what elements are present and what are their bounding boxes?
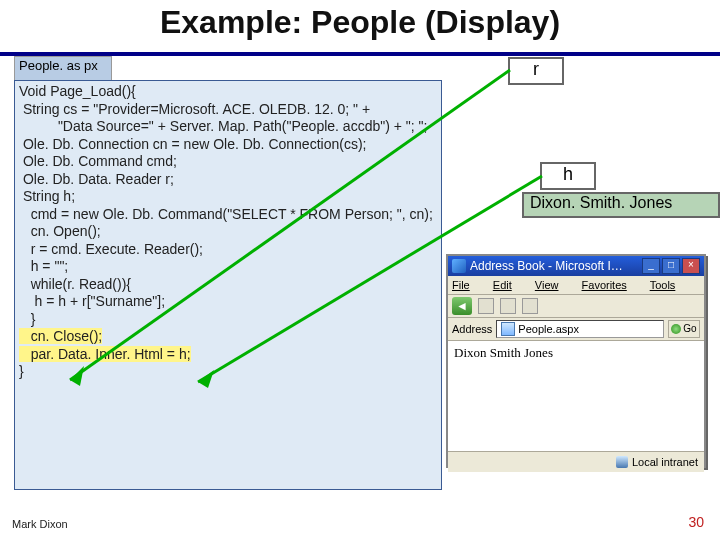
footer-author: Mark Dixon (12, 518, 68, 530)
maximize-button[interactable]: □ (662, 258, 680, 274)
code-line: while(r. Read()){ (19, 276, 131, 292)
page-title: Example: People (Display) (0, 4, 720, 41)
window-buttons: _ □ × (642, 258, 700, 274)
code-line: } (19, 363, 24, 379)
menu-view[interactable]: View (535, 279, 569, 291)
forward-button[interactable] (478, 298, 494, 314)
code-line: cn. Open(); (19, 223, 101, 239)
page-content: Dixon Smith Jones (454, 345, 553, 360)
browser-body: Dixon Smith Jones (448, 341, 704, 452)
code-line: Ole. Db. Connection cn = new Ole. Db. Co… (19, 136, 366, 152)
address-field[interactable]: People.aspx (496, 320, 664, 338)
code-line: Void Page_Load(){ (19, 83, 136, 99)
browser-titlebar: Address Book - Microsoft I… _ □ × (448, 256, 704, 276)
callout-r: r (508, 57, 564, 85)
browser-statusbar: Local intranet (448, 452, 704, 472)
code-line: r = cmd. Execute. Reader(); (19, 241, 203, 257)
menu-file[interactable]: File (452, 279, 480, 291)
callout-h: h (540, 162, 596, 190)
ie-icon (452, 259, 466, 273)
go-icon (671, 324, 681, 334)
browser-title-left: Address Book - Microsoft I… (452, 259, 623, 273)
browser-menubar: File Edit View Favorites Tools (448, 276, 704, 295)
code-line: } (19, 311, 35, 327)
address-value: People.aspx (518, 321, 579, 337)
code-box: Void Page_Load(){ String cs = "Provider=… (14, 80, 442, 490)
code-line: String h; (19, 188, 75, 204)
code-line: h = h + r["Surname"]; (19, 293, 165, 309)
code-line: Ole. Db. Command cmd; (19, 153, 177, 169)
footer-page-number: 30 (688, 514, 704, 530)
minimize-button[interactable]: _ (642, 258, 660, 274)
code-line: "Data Source=" + Server. Map. Path("Peop… (19, 118, 427, 134)
code-line: String cs = "Provider=Microsoft. ACE. OL… (19, 101, 374, 117)
code-line: Ole. Db. Data. Reader r; (19, 171, 174, 187)
browser-title-text: Address Book - Microsoft I… (470, 259, 623, 273)
close-button[interactable]: × (682, 258, 700, 274)
refresh-button[interactable] (522, 298, 538, 314)
page-icon (501, 322, 515, 336)
menu-tools[interactable]: Tools (650, 279, 686, 291)
code-line: h = ""; (19, 258, 68, 274)
code-line-highlight: cn. Close(); (19, 328, 102, 344)
menu-edit[interactable]: Edit (493, 279, 522, 291)
browser-toolbar: ◄ (448, 295, 704, 318)
address-label: Address (452, 323, 492, 335)
code-line: cmd = new Ole. Db. Command("SELECT * FRO… (19, 206, 433, 222)
header-bar: Example: People (Display) (0, 0, 720, 56)
back-button[interactable]: ◄ (452, 297, 472, 315)
browser-addressbar: Address People.aspx Go (448, 318, 704, 341)
code-line-highlight: par. Data. Inner. Html = h; (19, 346, 191, 362)
slide: Example: People (Display) People. as px … (0, 0, 720, 540)
zone-icon (616, 456, 628, 468)
go-label: Go (683, 322, 696, 336)
go-button[interactable]: Go (668, 320, 700, 338)
menu-favorites[interactable]: Favorites (582, 279, 637, 291)
browser-window: Address Book - Microsoft I… _ □ × File E… (446, 254, 706, 468)
callout-names: Dixon. Smith. Jones (522, 192, 720, 218)
stop-button[interactable] (500, 298, 516, 314)
zone-label: Local intranet (632, 456, 698, 468)
